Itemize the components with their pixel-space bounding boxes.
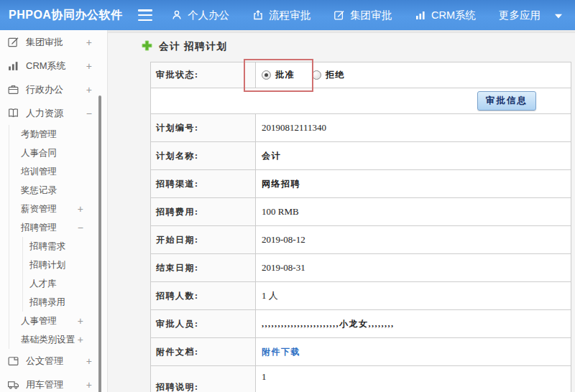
sidebar-item-crm[interactable]: CRM系统 + [0, 54, 107, 78]
field-label: 开始日期: [151, 226, 256, 253]
sidebar-item-label: 招聘计划 [29, 259, 65, 271]
expand-toggle[interactable]: + [78, 315, 83, 327]
page-title: 会计 招聘计划 [159, 40, 227, 53]
nav-label: 更多应用 [499, 9, 540, 22]
sidebar-item-label: 招聘需求 [29, 241, 65, 253]
recruitment-submenu: 招聘需求 招聘计划 人才库 招聘录用 [22, 237, 107, 312]
collapse-toggle[interactable]: − [78, 222, 83, 233]
field-label: 附件文档: [151, 338, 256, 365]
expand-toggle[interactable]: + [86, 355, 92, 367]
sidebar-item-label: 招聘录用 [29, 297, 65, 309]
sidebar-item-label: 基础类别设置 [21, 334, 75, 346]
sidebar-item-recruit-demand[interactable]: 招聘需求 [23, 237, 107, 256]
approvers-value: ,,,,,,,,,,,,,,,,,,,,,,,,小龙女,,,,,,,, [256, 310, 571, 337]
end-date-value: 2019-08-31 [256, 254, 571, 281]
nav-group-approval[interactable]: 集团审批 [334, 9, 392, 22]
menu-icon[interactable] [138, 9, 152, 21]
sidebar-item-label: 人事合同 [21, 147, 57, 159]
sidebar-scrollbar[interactable] [98, 95, 101, 392]
table-row: 审批状态: 批准 拒绝 [151, 62, 571, 88]
sidebar-item-label: 考勤管理 [21, 129, 57, 141]
edit-square-icon [7, 36, 19, 48]
collapse-toggle[interactable]: − [86, 108, 92, 119]
sidebar-item-hr[interactable]: 人力资源 − [0, 101, 107, 125]
attachment-download-link[interactable]: 附件下载 [262, 346, 300, 358]
sidebar-item-recruitment[interactable]: 招聘管理− [9, 218, 107, 237]
table-row: 附件文档: 附件下载 [151, 338, 571, 366]
sidebar-item-vehicles[interactable]: 用车管理 + [0, 373, 107, 392]
table-row: 计划编号: 20190812111340 [151, 114, 571, 142]
headcount-value: 1 人 [256, 282, 571, 309]
recruit-description-value: 1 2 [256, 366, 571, 392]
expand-toggle[interactable]: + [86, 60, 92, 72]
hr-submenu: 考勤管理 人事合同 培训管理 奖惩记录 薪资管理+ 招聘管理− 招聘需求 招聘计… [9, 125, 107, 349]
sidebar-item-label: 人事管理 [21, 315, 57, 327]
sidebar-item-rewards[interactable]: 奖惩记录 [9, 181, 107, 200]
nav-crm-system[interactable]: CRM系统 [415, 9, 476, 22]
sidebar-item-attendance[interactable]: 考勤管理 [9, 125, 107, 144]
nav-label: CRM系统 [431, 9, 476, 22]
expand-toggle[interactable]: + [86, 37, 92, 48]
sidebar-item-admin-office[interactable]: 行政办公 + [0, 78, 107, 101]
sidebar-item-label: 用车管理 [26, 378, 63, 391]
table-row: 结束日期: 2019-08-31 [151, 254, 571, 282]
description-line: 1 [262, 371, 267, 383]
radio-reject[interactable] [312, 70, 321, 80]
radio-approve-label[interactable]: 批准 [275, 69, 295, 81]
nav-label: 流程审批 [269, 9, 310, 22]
nav-more-apps[interactable]: 更多应用 [499, 9, 540, 22]
recruit-cost-value: 100 RMB [256, 198, 571, 225]
main-content: 会计 招聘计划 审批状态: 批准 拒绝 审批信息 计划编号: 201908121… [108, 30, 575, 392]
approval-info-button[interactable]: 审批信息 [477, 91, 536, 111]
app-logo: PHPOA协同办公软件 [0, 8, 138, 23]
nav-personal-office[interactable]: 个人办公 [171, 9, 229, 22]
nav-label: 集团审批 [350, 9, 392, 22]
expand-toggle[interactable]: + [86, 84, 92, 95]
sidebar-item-base-categories[interactable]: 基础类别设置+ [9, 330, 107, 349]
book-icon [7, 107, 19, 119]
expand-toggle[interactable]: + [78, 203, 83, 215]
sidebar-item-documents[interactable]: 公文管理 + [0, 349, 107, 373]
person-icon [171, 9, 183, 21]
field-label: 招聘说明: [151, 366, 256, 392]
sidebar-item-personnel[interactable]: 人事管理+ [9, 312, 107, 330]
nav-workflow-approval[interactable]: 流程审批 [252, 9, 310, 22]
table-row: 招聘渠道: 网络招聘 [151, 170, 571, 198]
truck-icon [7, 378, 19, 391]
table-row: 招聘人数: 1 人 [151, 282, 571, 310]
sidebar-item-label: 人才库 [29, 278, 57, 290]
document-icon [7, 355, 19, 367]
start-date-value: 2019-08-12 [256, 226, 571, 253]
radio-approve[interactable] [262, 70, 271, 80]
briefcase-icon [7, 83, 19, 95]
sidebar-item-training[interactable]: 培训管理 [9, 162, 107, 181]
top-header: PHPOA协同办公软件 个人办公 流程审批 集团审批 CRM系统 更多应用 [0, 0, 575, 30]
bar-chart-icon [7, 60, 19, 72]
caret-down-icon[interactable] [555, 9, 562, 21]
sidebar-item-recruit-hire[interactable]: 招聘录用 [23, 293, 107, 312]
sidebar-item-label: 招聘管理 [21, 222, 57, 234]
approval-status-field: 批准 拒绝 [256, 62, 571, 88]
recruit-plan-form: 审批状态: 批准 拒绝 审批信息 计划编号: 20190812111340 计划… [150, 62, 571, 392]
sidebar-item-group-approval[interactable]: 集团审批 + [0, 30, 107, 54]
sidebar: 集团审批 + CRM系统 + 行政办公 + 人力资源 − 考勤管理 人事合同 培… [0, 30, 108, 392]
table-row: 开始日期: 2019-08-12 [151, 226, 571, 254]
sidebar-item-label: 薪资管理 [21, 203, 57, 215]
expand-toggle[interactable]: + [78, 334, 83, 345]
expand-toggle[interactable]: + [86, 379, 92, 391]
field-label: 审批状态: [151, 62, 256, 88]
sidebar-item-label: 公文管理 [26, 355, 63, 368]
sidebar-item-contracts[interactable]: 人事合同 [9, 144, 107, 162]
radio-reject-label[interactable]: 拒绝 [326, 69, 345, 81]
page-title-bar: 会计 招聘计划 [142, 40, 575, 53]
table-row: 审批人员: ,,,,,,,,,,,,,,,,,,,,,,,,小龙女,,,,,,,… [151, 310, 571, 338]
sidebar-item-salary[interactable]: 薪资管理+ [9, 200, 107, 218]
field-label: 招聘人数: [151, 282, 256, 309]
plan-name-value: 会计 [256, 142, 571, 169]
sidebar-item-recruit-plan[interactable]: 招聘计划 [23, 256, 107, 274]
table-row: 审批信息 [151, 88, 571, 114]
bar-chart-icon [415, 9, 426, 21]
sidebar-item-label: CRM系统 [26, 60, 66, 73]
sidebar-item-label: 集团审批 [26, 36, 63, 49]
sidebar-item-talent-pool[interactable]: 人才库 [23, 274, 107, 293]
